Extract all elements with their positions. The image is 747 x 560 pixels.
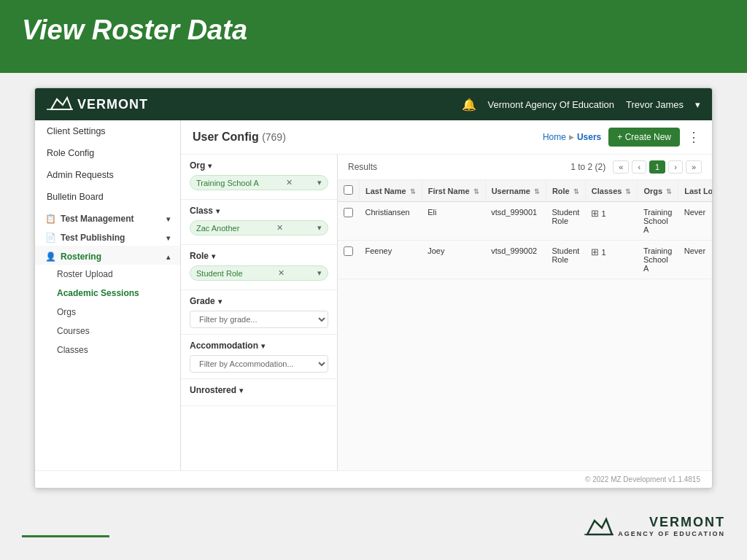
sidebar-item-academic-sessions[interactable]: Academic Sessions xyxy=(35,284,180,303)
user-config-title: User Config xyxy=(193,131,259,143)
accommodation-label-text: Accommodation xyxy=(190,341,258,351)
sidebar-label: Courses xyxy=(57,326,90,336)
sidebar-item-admin-requests[interactable]: Admin Requests xyxy=(35,164,180,186)
cell-role: Student Role xyxy=(546,202,585,241)
current-page-button[interactable]: 1 xyxy=(649,160,665,174)
select-all-checkbox[interactable] xyxy=(344,185,353,195)
row-checkbox[interactable] xyxy=(344,208,353,217)
user-count: (769) xyxy=(262,131,286,143)
sidebar-item-role-config[interactable]: Role Config xyxy=(35,142,180,164)
sidebar-item-roster-upload[interactable]: Roster Upload xyxy=(35,265,180,284)
class-label-text: Class xyxy=(190,206,213,216)
sort-icon[interactable]: ⇅ xyxy=(666,188,672,195)
sidebar-item-client-settings[interactable]: Client Settings xyxy=(35,120,180,142)
org-chevron-icon: ▾ xyxy=(208,162,212,170)
sort-icon[interactable]: ⇅ xyxy=(473,188,479,195)
role-filter-label[interactable]: Role ▾ xyxy=(190,251,328,261)
class-filter-chip[interactable]: Zac Another ✕ ▾ xyxy=(190,220,328,236)
sidebar-label: Test Publishing xyxy=(61,233,125,243)
role-chevron-icon: ▾ xyxy=(212,252,215,260)
notification-icon[interactable]: 🔔 xyxy=(462,98,476,112)
org-remove-icon[interactable]: ✕ xyxy=(286,178,293,187)
org-filter-chip[interactable]: Training School A ✕ ▾ xyxy=(190,175,328,190)
more-options-button[interactable]: ⋮ xyxy=(687,129,700,145)
footer-logo: VERMONT AGENCY OF EDUCATION xyxy=(584,515,725,537)
sidebar-section-test-publishing[interactable]: 📄 Test Publishing ▾ xyxy=(35,227,180,246)
breadcrumb-home[interactable]: Home xyxy=(543,132,566,142)
classes-grid-icon[interactable]: ⊞ xyxy=(591,246,599,257)
create-new-button[interactable]: + Create New xyxy=(608,128,680,147)
sort-icon[interactable]: ⇅ xyxy=(573,188,579,195)
breadcrumb-current[interactable]: Users xyxy=(577,132,601,142)
class-remove-icon[interactable]: ✕ xyxy=(276,223,283,233)
footer-logo-text-block: VERMONT AGENCY OF EDUCATION xyxy=(618,515,725,537)
content-title: User Config (769) xyxy=(193,131,286,144)
role-filter-section: Role ▾ Student Role ✕ ▾ xyxy=(181,245,337,290)
org-label-text: Org xyxy=(190,160,205,171)
unrostered-chevron-icon: ▾ xyxy=(239,386,243,394)
sort-icon[interactable]: ⇅ xyxy=(625,188,631,195)
user-menu-chevron-icon[interactable]: ▾ xyxy=(695,99,700,110)
unrostered-filter-section: Unrostered ▾ xyxy=(181,379,337,406)
sidebar-section-test-management[interactable]: 📋 Test Management ▾ xyxy=(35,208,180,227)
app-logo: VERMONT xyxy=(47,95,148,114)
classes-count: 1 xyxy=(601,209,605,218)
org-dropdown-icon[interactable]: ▾ xyxy=(317,178,322,187)
row-checkbox[interactable] xyxy=(344,246,353,256)
grade-filter-label[interactable]: Grade ▾ xyxy=(190,296,328,306)
last-page-button[interactable]: » xyxy=(686,160,702,174)
first-page-button[interactable]: « xyxy=(613,160,629,174)
cell-last-name: Christiansen xyxy=(360,202,422,241)
class-dropdown-icon[interactable]: ▾ xyxy=(317,223,322,233)
role-remove-icon[interactable]: ✕ xyxy=(278,268,285,278)
class-chevron-icon: ▾ xyxy=(216,207,220,215)
accommodation-chevron-icon: ▾ xyxy=(261,342,265,350)
class-filter-label[interactable]: Class ▾ xyxy=(190,206,328,216)
th-role: Role ⇅ xyxy=(546,180,585,202)
cell-classes: ⊞ 1 xyxy=(585,202,638,241)
sidebar-item-bulletin-board[interactable]: Bulletin Board xyxy=(35,186,180,208)
role-dropdown-icon[interactable]: ▾ xyxy=(317,268,322,278)
role-filter-chip[interactable]: Student Role ✕ ▾ xyxy=(190,265,328,281)
accommodation-select[interactable]: Filter by Accommodation... xyxy=(190,355,328,373)
sort-icon[interactable]: ⇅ xyxy=(410,188,416,195)
sidebar-label: Bulletin Board xyxy=(47,192,104,202)
next-page-button[interactable]: › xyxy=(668,160,683,174)
logo-text: VERMONT xyxy=(77,97,148,112)
org-name: Vermont Agency Of Education xyxy=(488,99,614,110)
cell-orgs: Training School A xyxy=(638,202,678,241)
sort-icon[interactable]: ⇅ xyxy=(534,188,540,195)
results-range: 1 to 2 (2) xyxy=(570,162,605,172)
th-last-login: Last Login ⇅ xyxy=(678,180,712,202)
app-footer: © 2022 MZ Development v1.1.4815 xyxy=(35,470,712,488)
org-filter-section: Org ▾ Training School A ✕ ▾ xyxy=(181,155,337,200)
unrostered-filter-label[interactable]: Unrostered ▾ xyxy=(190,385,328,395)
sidebar-item-classes[interactable]: Classes xyxy=(35,341,180,359)
results-label: Results xyxy=(348,162,377,172)
user-name[interactable]: Trevor James xyxy=(626,99,684,110)
org-filter-label[interactable]: Org ▾ xyxy=(190,160,328,171)
classes-grid-icon[interactable]: ⊞ xyxy=(591,208,599,219)
cell-first-name: Joey xyxy=(422,241,485,279)
sidebar-item-orgs[interactable]: Orgs xyxy=(35,303,180,322)
cell-classes: ⊞ 1 xyxy=(585,241,638,279)
th-orgs: Orgs ⇅ xyxy=(638,180,678,202)
browser-frame: VERMONT 🔔 Vermont Agency Of Education Tr… xyxy=(34,88,713,489)
test-management-icon: 📋 xyxy=(45,214,56,224)
sidebar-item-courses[interactable]: Courses xyxy=(35,322,180,341)
sidebar-label: Classes xyxy=(57,345,88,355)
unrostered-label-text: Unrostered xyxy=(190,385,236,395)
accommodation-filter-label[interactable]: Accommodation ▾ xyxy=(190,341,328,351)
results-panel: Results 1 to 2 (2) « ‹ 1 › » xyxy=(338,155,712,470)
sidebar-section-rostering[interactable]: 👤 Rostering ▴ xyxy=(35,246,180,265)
grade-select[interactable]: Filter by grade... xyxy=(190,311,328,328)
prev-page-button[interactable]: ‹ xyxy=(632,160,646,174)
cell-last-login: Never xyxy=(678,202,712,241)
data-table: Last Name ⇅ First Name ⇅ Username ⇅ Role… xyxy=(338,180,712,279)
class-chip-value: Zac Another xyxy=(196,224,239,233)
cell-first-name: Eli xyxy=(422,202,485,241)
chevron-up-icon: ▴ xyxy=(166,253,170,261)
footer-logo-text: VERMONT AGENCY OF EDUCATION xyxy=(618,515,725,537)
cell-last-name: Feeney xyxy=(360,241,422,279)
grade-label-text: Grade xyxy=(190,296,215,306)
